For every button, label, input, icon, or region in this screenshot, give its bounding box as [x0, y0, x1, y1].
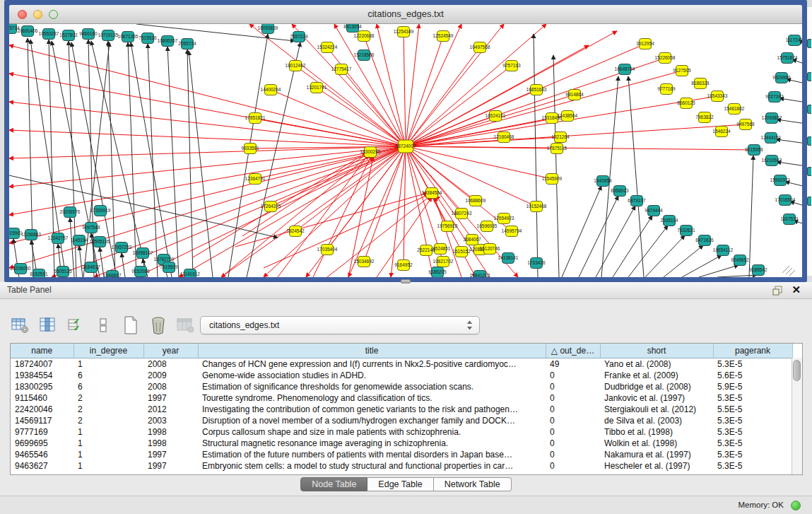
tab-network-table[interactable]: Network Table [434, 477, 512, 491]
column-header-5[interactable]: short [600, 344, 713, 358]
table-cell[interactable]: 6 [73, 370, 143, 381]
table-cell[interactable]: 5.9E-5 [713, 381, 792, 392]
graph-edge[interactable] [271, 146, 406, 206]
table-row[interactable]: 1938455462009Genome-wide association stu… [11, 370, 792, 381]
table-cell[interactable]: Yano et al. (2008) [600, 358, 713, 370]
table-cell[interactable]: de Silva et al. (2003) [600, 415, 713, 426]
table-cell[interactable]: 0 [546, 392, 600, 404]
table-cell[interactable]: 0 [546, 460, 600, 472]
graph-edge[interactable] [628, 76, 644, 277]
table-cell[interactable]: 18300295 [11, 381, 73, 392]
graph-edge[interactable] [613, 216, 652, 277]
table-cell[interactable]: 0 [546, 370, 600, 381]
graph-edge[interactable] [148, 44, 158, 277]
graph-edge[interactable] [406, 44, 645, 146]
unselect-all-icon[interactable] [94, 316, 112, 334]
table-cell[interactable]: 2009 [143, 370, 198, 381]
table-cell[interactable]: 2 [73, 415, 143, 426]
network-view-window[interactable]: citations_edges.txt 18724007178751151531… [4, 0, 807, 282]
tab-edge-table[interactable]: Edge Table [367, 477, 433, 491]
table-cell[interactable]: 1998 [143, 426, 198, 438]
memory-indicator[interactable] [791, 501, 801, 510]
graph-edge[interactable] [406, 24, 504, 146]
table-cell[interactable]: Estimation of significance thresholds fo… [198, 381, 546, 392]
graph-edge[interactable] [553, 55, 559, 277]
table-cell[interactable]: 1 [73, 449, 143, 460]
network-graph[interactable]: 1872400717875115153184551685168397571631… [9, 24, 802, 277]
table-cell[interactable]: 1997 [143, 392, 198, 404]
table-row[interactable]: 1872400712008Changes of HCN gene express… [11, 358, 792, 370]
table-row[interactable]: 946362711997Embryonic stem cells: a mode… [11, 460, 792, 472]
table-row[interactable]: 969969511998Structural magnetic resonanc… [11, 438, 792, 449]
window-titlebar[interactable]: citations_edges.txt [9, 5, 802, 24]
graph-edge[interactable] [664, 245, 703, 277]
graph-edge[interactable] [167, 47, 179, 277]
table-settings-icon[interactable] [11, 316, 30, 334]
graph-edge[interactable] [9, 45, 406, 146]
table-cell[interactable]: 0 [546, 426, 600, 438]
table-row[interactable]: 946554611997Estimation of the future num… [11, 449, 792, 460]
graph-edge[interactable] [579, 196, 618, 277]
graph-edge[interactable] [406, 47, 480, 146]
network-canvas[interactable]: 1872400717875115153184551685168397571631… [9, 24, 802, 277]
table-cell[interactable]: Embryonic stem cells: a model to study s… [198, 460, 546, 472]
table-cell[interactable]: 6 [73, 381, 143, 392]
graph-edge[interactable] [406, 146, 552, 179]
table-cell[interactable]: 18724007 [11, 358, 73, 370]
table-cell[interactable]: Corpus callosum shape and size in male p… [198, 426, 546, 438]
column-header-6[interactable]: pagerank [713, 344, 792, 358]
graph-edge[interactable] [682, 255, 722, 277]
table-cell[interactable]: Tourette syndrome. Phenomenology and cla… [198, 392, 546, 404]
column-header-3[interactable]: title [198, 344, 546, 358]
table-cell[interactable]: Nakamura et al. (1997) [600, 449, 713, 460]
table-cell[interactable]: 9699695 [11, 438, 73, 449]
table-cell[interactable]: Hescheler et al. (1997) [600, 460, 713, 472]
table-cell[interactable]: 5.3E-5 [713, 449, 792, 460]
graph-edge[interactable] [271, 90, 406, 146]
graph-edge[interactable] [9, 130, 406, 146]
splitter-handle[interactable] [401, 279, 411, 284]
table-cell[interactable]: 2008 [143, 381, 198, 392]
table-cell[interactable]: 1997 [143, 460, 198, 472]
new-table-icon[interactable] [122, 316, 140, 334]
graph-edge[interactable] [628, 226, 668, 277]
table-cell[interactable]: Dudbridge et al. (2008) [600, 381, 713, 392]
column-header-2[interactable]: year [143, 344, 198, 358]
table-cell[interactable]: 1 [73, 460, 143, 472]
graph-edge[interactable] [406, 24, 419, 146]
table-cell[interactable]: Tibbo et al. (1998) [600, 426, 713, 438]
graph-edge[interactable] [785, 182, 802, 188]
show-column-icon[interactable] [39, 316, 57, 334]
table-cell[interactable]: 19384554 [11, 370, 73, 381]
table-cell[interactable]: Structural magnetic resonance image aver… [198, 438, 546, 449]
table-cell[interactable]: 9777169 [11, 426, 73, 438]
delete-table-icon[interactable] [149, 316, 167, 334]
resize-grip-icon[interactable] [782, 266, 795, 276]
table-cell[interactable]: 22420046 [11, 404, 73, 415]
graph-edge[interactable] [534, 34, 538, 277]
graph-edge[interactable] [699, 265, 739, 277]
graph-edge[interactable] [717, 275, 757, 277]
table-cell[interactable]: 5.3E-5 [713, 392, 792, 404]
table-cell[interactable]: 1998 [143, 438, 198, 449]
graph-edge[interactable] [404, 32, 406, 146]
table-cell[interactable]: 2 [73, 404, 143, 415]
graph-edge[interactable] [334, 24, 406, 146]
column-header-1[interactable]: in_degree [73, 344, 143, 358]
table-cell[interactable]: 5.3E-5 [713, 358, 792, 370]
table-cell[interactable]: 0 [546, 381, 600, 392]
graph-edge[interactable] [790, 201, 802, 208]
column-header-4[interactable]: △ out_de… [546, 344, 600, 358]
table-cell[interactable]: 1 [73, 426, 143, 438]
graph-edge[interactable] [406, 146, 754, 150]
table-cell[interactable]: Franke et al. (2009) [600, 370, 713, 381]
graph-edge[interactable] [749, 156, 753, 277]
table-cell[interactable]: 2 [73, 392, 143, 404]
column-header-0[interactable]: name [11, 344, 73, 358]
graph-edge[interactable] [596, 206, 635, 277]
table-cell[interactable]: 1 [73, 358, 143, 370]
table-row[interactable]: 911546021997Tourette syndrome. Phenomeno… [11, 392, 792, 404]
table-cell[interactable]: 49 [546, 358, 600, 370]
table-cell[interactable]: Jankovic et al. (1997) [600, 392, 713, 404]
float-window-icon[interactable] [772, 286, 782, 296]
